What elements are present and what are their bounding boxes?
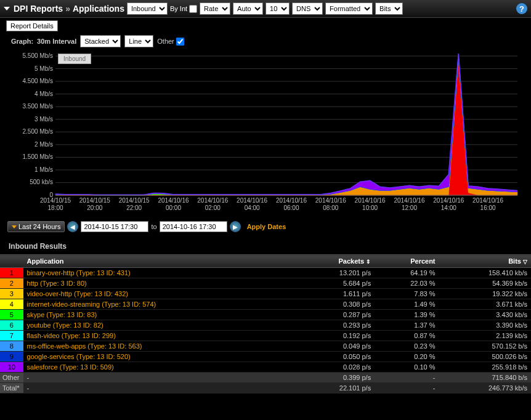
app-cell[interactable]: google-services (Type: 13 ID: 520) bbox=[23, 352, 296, 362]
svg-text:16:00: 16:00 bbox=[480, 204, 496, 211]
time-range-button[interactable]: Last 24 Hours bbox=[7, 221, 65, 232]
collapse-icon[interactable] bbox=[4, 7, 10, 10]
table-row[interactable]: 5 skype (Type: 13 ID: 83) 0.287 p/s 1.39… bbox=[0, 310, 531, 320]
rank-cell: 3 bbox=[0, 289, 23, 299]
rank-cell: 10 bbox=[0, 362, 23, 373]
bits-cell: 158.410 kb/s bbox=[439, 268, 531, 278]
direction-select[interactable]: Inbound bbox=[127, 2, 168, 15]
interval-label: 30m Interval bbox=[37, 38, 76, 45]
svg-text:12:00: 12:00 bbox=[402, 204, 417, 211]
header-bar: DPI Reports » Applications Inbound By In… bbox=[0, 0, 531, 18]
dns-select[interactable]: DNS bbox=[292, 2, 323, 15]
page-name: Applications bbox=[73, 4, 124, 14]
other-checkbox[interactable] bbox=[176, 38, 184, 46]
col-bits[interactable]: Bits ▽ bbox=[439, 255, 531, 268]
total-row: Total* - 22.101 p/s - 246.773 kb/s bbox=[0, 383, 531, 394]
app-cell[interactable]: youtube (Type: 13 ID: 82) bbox=[23, 320, 296, 331]
svg-text:14:00: 14:00 bbox=[441, 204, 456, 211]
table-row[interactable]: 10 salesforce (Type: 13 ID: 509) 0.028 p… bbox=[0, 362, 531, 373]
sort-icon: ⇕ bbox=[366, 259, 371, 265]
app-cell[interactable]: video-over-http (Type: 13 ID: 432) bbox=[23, 289, 296, 299]
packets-cell: 0.028 p/s bbox=[295, 362, 375, 373]
app-cell[interactable]: flash-video (Type: 13 ID: 299) bbox=[23, 331, 296, 341]
page-title: DPI Reports » Applications bbox=[4, 4, 124, 14]
app-cell[interactable]: internet-video-streaming (Type: 13 ID: 5… bbox=[23, 299, 296, 310]
chart-svg: 0500 kb/s1 Mb/s1.500 Mb/s2 Mb/s2.500 Mb/… bbox=[7, 51, 524, 217]
packets-cell: 0.192 p/s bbox=[295, 331, 375, 341]
table-row[interactable]: 1 binary-over-http (Type: 13 ID: 431) 13… bbox=[0, 268, 531, 278]
svg-text:5 Mb/s: 5 Mb/s bbox=[34, 65, 53, 72]
app-cell[interactable]: http (Type: 3 ID: 80) bbox=[23, 278, 296, 289]
rank-cell: 8 bbox=[0, 341, 23, 352]
percent-cell: 7.83 % bbox=[375, 289, 439, 299]
svg-text:1.500 Mb/s: 1.500 Mb/s bbox=[23, 153, 53, 160]
graph-controls: Graph: 30m Interval Stacked Line Other bbox=[0, 31, 531, 51]
svg-text:06:00: 06:00 bbox=[283, 204, 299, 211]
svg-text:2.500 Mb/s: 2.500 Mb/s bbox=[23, 128, 53, 135]
line-select[interactable]: Line bbox=[124, 35, 153, 47]
table-row[interactable]: 7 flash-video (Type: 13 ID: 299) 0.192 p… bbox=[0, 331, 531, 341]
svg-text:18:00: 18:00 bbox=[47, 204, 63, 211]
svg-text:500 kb/s: 500 kb/s bbox=[30, 179, 53, 185]
top-select[interactable]: 10 bbox=[266, 2, 290, 15]
col-percent[interactable]: Percent bbox=[375, 255, 439, 268]
prev-time-button[interactable]: ◀ bbox=[67, 221, 78, 232]
table-row[interactable]: 4 internet-video-streaming (Type: 13 ID:… bbox=[0, 299, 531, 310]
percent-cell: 0.87 % bbox=[375, 331, 439, 341]
rank-cell: 5 bbox=[0, 310, 23, 320]
by-int-checkbox[interactable] bbox=[189, 5, 197, 13]
app-cell[interactable]: ms-office-web-apps (Type: 13 ID: 563) bbox=[23, 341, 296, 352]
rank-cell: 2 bbox=[0, 278, 23, 289]
packets-cell: 0.049 p/s bbox=[295, 341, 375, 352]
graph-label: Graph: bbox=[11, 38, 33, 45]
bits-cell: 3.390 kb/s bbox=[439, 320, 531, 331]
table-row[interactable]: 3 video-over-http (Type: 13 ID: 432) 1.6… bbox=[0, 289, 531, 299]
packets-cell: 13.201 p/s bbox=[295, 268, 375, 278]
table-row[interactable]: 6 youtube (Type: 13 ID: 82) 0.293 p/s 1.… bbox=[0, 320, 531, 331]
svg-text:2014/10/16: 2014/10/16 bbox=[472, 197, 503, 204]
app-cell[interactable]: binary-over-http (Type: 13 ID: 431) bbox=[23, 268, 296, 278]
bits-cell: 500.026 b/s bbox=[439, 352, 531, 362]
app-cell[interactable]: salesforce (Type: 13 ID: 509) bbox=[23, 362, 296, 373]
svg-text:2014/10/15: 2014/10/15 bbox=[119, 197, 150, 204]
bits-cell: 54.369 kb/s bbox=[439, 278, 531, 289]
next-time-button[interactable]: ▶ bbox=[230, 221, 241, 232]
svg-text:08:00: 08:00 bbox=[323, 204, 338, 211]
svg-text:20:00: 20:00 bbox=[87, 204, 102, 211]
report-details-button[interactable]: Report Details bbox=[6, 20, 58, 31]
svg-text:2014/10/16: 2014/10/16 bbox=[355, 197, 386, 204]
to-label: to bbox=[151, 223, 156, 230]
percent-cell: 1.49 % bbox=[375, 299, 439, 310]
svg-text:2014/10/16: 2014/10/16 bbox=[394, 197, 424, 204]
help-icon[interactable]: ? bbox=[516, 3, 527, 14]
table-row[interactable]: 2 http (Type: 3 ID: 80) 5.684 p/s 22.03 … bbox=[0, 278, 531, 289]
format-select[interactable]: Formatted bbox=[325, 2, 373, 15]
col-packets[interactable]: Packets ⇕ bbox=[295, 255, 375, 268]
percent-cell: 22.03 % bbox=[375, 278, 439, 289]
units-select[interactable]: Bits bbox=[375, 2, 403, 15]
svg-text:2014/10/16: 2014/10/16 bbox=[237, 197, 267, 204]
bits-cell: 3.671 kb/s bbox=[439, 299, 531, 310]
stack-select[interactable]: Stacked bbox=[80, 35, 121, 47]
percent-cell: 0.10 % bbox=[375, 362, 439, 373]
table-row[interactable]: 9 google-services (Type: 13 ID: 520) 0.0… bbox=[0, 352, 531, 362]
apply-dates-link[interactable]: Apply Dates bbox=[247, 223, 286, 230]
svg-text:2014/10/16: 2014/10/16 bbox=[315, 197, 346, 204]
app-cell[interactable]: skype (Type: 13 ID: 83) bbox=[23, 310, 296, 320]
to-date-input[interactable] bbox=[160, 221, 227, 232]
svg-text:00:00: 00:00 bbox=[166, 204, 181, 211]
percent-cell: 0.23 % bbox=[375, 341, 439, 352]
svg-text:5.500 Mb/s: 5.500 Mb/s bbox=[23, 52, 53, 59]
rank-cell: 4 bbox=[0, 299, 23, 310]
packets-cell: 5.684 p/s bbox=[295, 278, 375, 289]
col-application[interactable]: Application bbox=[23, 255, 296, 268]
table-row[interactable]: 8 ms-office-web-apps (Type: 13 ID: 563) … bbox=[0, 341, 531, 352]
percent-cell: 64.19 % bbox=[375, 268, 439, 278]
svg-text:4.500 Mb/s: 4.500 Mb/s bbox=[23, 78, 53, 84]
bits-cell: 19.322 kb/s bbox=[439, 289, 531, 299]
packets-cell: 0.293 p/s bbox=[295, 320, 375, 331]
rate-select[interactable]: Rate bbox=[200, 2, 230, 15]
auto-select[interactable]: Auto bbox=[233, 2, 263, 15]
from-date-input[interactable] bbox=[81, 221, 148, 232]
chart-area: Inbound 0500 kb/s1 Mb/s1.500 Mb/s2 Mb/s2… bbox=[7, 51, 524, 217]
